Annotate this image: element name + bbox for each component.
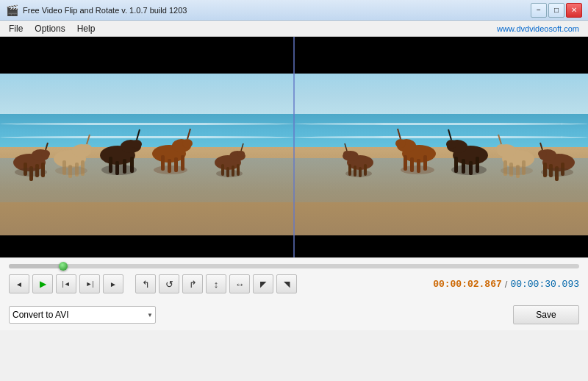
svg-point-86 [501, 166, 533, 175]
flip-horizontal-button[interactable]: ↔ [229, 274, 250, 293]
svg-line-31 [187, 129, 190, 139]
menu-options[interactable]: Options [29, 22, 71, 35]
svg-line-60 [498, 135, 501, 144]
skip-end-icon: ►| [85, 280, 93, 288]
rotate-180-button[interactable]: ↺ [159, 274, 179, 293]
svg-point-87 [451, 165, 487, 175]
next-button[interactable]: ► [103, 274, 123, 293]
svg-point-38 [237, 151, 245, 157]
svg-point-30 [182, 139, 193, 148]
svg-point-40 [15, 168, 47, 177]
svg-point-6 [41, 150, 50, 157]
convert-select[interactable]: Convert to AVI Convert to MP4 Convert to… [9, 306, 156, 324]
svg-point-43 [154, 165, 187, 174]
skip-end-button[interactable]: ►| [79, 274, 100, 293]
flip-horizontal-icon: ↔ [235, 279, 245, 290]
crop-right-button[interactable]: ◥ [276, 274, 297, 293]
svg-line-68 [448, 129, 451, 140]
rotate-left-button[interactable]: ↰ [135, 274, 156, 293]
buttons-row: ◄ ▶ |◄ ►| ► ↰ ↺ ↱ ↕ ↔ ◤ [9, 274, 579, 293]
time-separator: / [505, 279, 508, 290]
controls-area: ◄ ▶ |◄ ►| ► ↰ ↺ ↱ ↕ ↔ ◤ [0, 257, 588, 299]
flip-vertical-button[interactable]: ↕ [206, 274, 226, 293]
crop-left-icon: ◤ [260, 279, 266, 289]
prev-icon: ◄ [15, 280, 23, 288]
play-button[interactable]: ▶ [32, 274, 53, 293]
svg-line-76 [398, 129, 401, 139]
timeline-thumb[interactable] [59, 262, 68, 271]
svg-line-23 [137, 129, 140, 140]
save-button[interactable]: Save [513, 305, 579, 324]
svg-point-14 [82, 144, 92, 153]
svg-point-42 [101, 165, 137, 175]
svg-point-44 [216, 170, 243, 177]
svg-point-75 [395, 139, 406, 148]
svg-point-41 [55, 166, 87, 175]
dropdown-wrapper: Convert to AVI Convert to MP4 Convert to… [9, 306, 156, 324]
svg-line-52 [540, 143, 542, 150]
svg-point-59 [496, 144, 506, 153]
rotate-right-icon: ↱ [189, 279, 197, 290]
timeline-track[interactable] [9, 264, 579, 268]
menu-file[interactable]: File [3, 22, 29, 35]
timeline-row [9, 264, 579, 268]
crop-right-icon: ◥ [284, 279, 290, 289]
video-container [0, 37, 588, 257]
timestamp-display: 00:00:02.867 / 00:00:30.093 [433, 279, 579, 290]
flip-vertical-icon: ↕ [214, 279, 219, 290]
crop-left-button[interactable]: ◤ [253, 274, 273, 293]
menu-help[interactable]: Help [71, 22, 101, 35]
timeline-progress [9, 264, 63, 268]
title-bar: 🎬 Free Video Flip and Rotate v. 1.0.7 bu… [0, 0, 588, 21]
website-link[interactable]: www.dvdvideosoft.com [497, 24, 585, 33]
skip-start-button[interactable]: |◄ [56, 274, 76, 293]
rotate-right-button[interactable]: ↱ [182, 274, 203, 293]
svg-point-51 [538, 150, 547, 157]
skip-start-icon: |◄ [62, 280, 70, 288]
svg-point-89 [345, 170, 372, 177]
rotate-left-icon: ↰ [142, 279, 150, 290]
time-total: 00:00:30.093 [510, 279, 579, 290]
minimize-button[interactable]: − [531, 3, 547, 18]
svg-point-83 [343, 151, 351, 157]
time-current: 00:00:02.867 [433, 279, 502, 290]
play-icon: ▶ [40, 279, 46, 289]
menu-bar: File Options Help www.dvdvideosoft.com [0, 21, 588, 37]
svg-point-67 [446, 140, 456, 149]
horses-svg-left [0, 107, 294, 196]
convert-dropdown: Convert to AVI Convert to MP4 Convert to… [9, 306, 156, 324]
rotate-180-icon: ↺ [165, 279, 173, 290]
horses-svg-right [294, 107, 588, 196]
center-divider [293, 37, 295, 257]
app-icon: 🎬 [6, 4, 18, 16]
svg-line-39 [241, 143, 243, 151]
prev-button[interactable]: ◄ [9, 274, 29, 293]
svg-point-22 [132, 140, 142, 149]
svg-point-85 [541, 168, 573, 177]
svg-point-88 [401, 165, 434, 174]
svg-line-15 [87, 135, 90, 144]
maximize-button[interactable]: □ [548, 3, 564, 18]
menu-items: File Options Help [3, 22, 101, 35]
window-controls: − □ ✕ [531, 3, 582, 18]
video-display [0, 37, 588, 257]
svg-line-7 [46, 143, 48, 150]
bottom-row: Convert to AVI Convert to MP4 Convert to… [0, 299, 588, 330]
next-icon: ► [110, 280, 117, 288]
close-button[interactable]: ✕ [566, 3, 582, 18]
window-title: Free Video Flip and Rotate v. 1.0.7 buil… [23, 6, 531, 15]
svg-line-84 [345, 143, 347, 151]
